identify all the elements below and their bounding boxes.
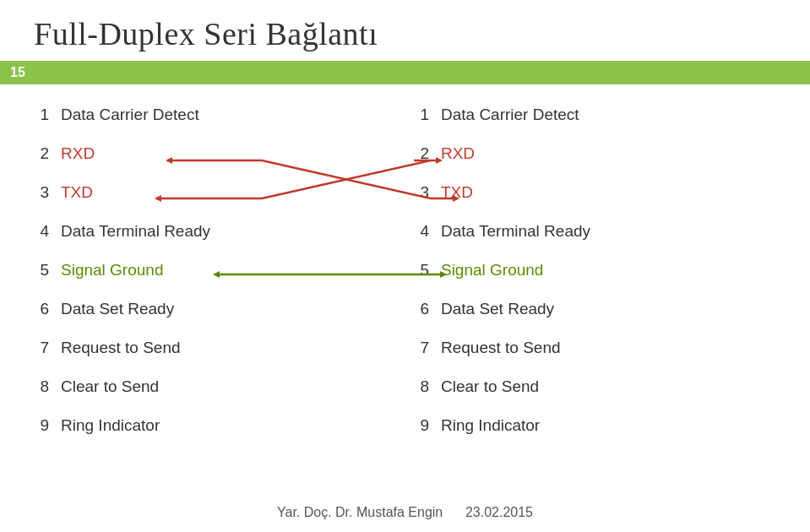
list-item: 8 Clear to Send (25, 372, 405, 402)
list-item: 7 Request to Send (405, 333, 785, 363)
footer-date: 23.02.2015 (465, 505, 533, 519)
right-column: 1 Data Carrier Detect 2 RXD 3 TXD 4 Data… (405, 100, 785, 449)
list-item: 5 Signal Ground (405, 255, 785, 285)
list-item: 3 TXD (25, 177, 405, 208)
slide-bar: 15 (0, 61, 810, 84)
footer: Yar. Doç. Dr. Mustafa Engin 23.02.2015 (0, 505, 810, 520)
right-pin-list: 1 Data Carrier Detect 2 RXD 3 TXD 4 Data… (405, 100, 785, 441)
list-item: 2 RXD (405, 138, 785, 169)
list-item: 2 RXD (25, 138, 405, 169)
list-item: 8 Clear to Send (405, 372, 785, 402)
slide-number: 15 (10, 65, 25, 80)
page-title: Full-Duplex Seri Bağlantı (34, 15, 776, 52)
list-item: 6 Data Set Ready (25, 294, 405, 324)
list-item: 4 Data Terminal Ready (405, 216, 785, 247)
footer-author: Yar. Doç. Dr. Mustafa Engin (277, 505, 443, 519)
list-item: 4 Data Terminal Ready (25, 216, 405, 247)
list-item: 9 Ring Indicator (25, 410, 405, 441)
list-item: 3 TXD (405, 177, 785, 208)
header: Full-Duplex Seri Bağlantı 15 (0, 0, 810, 84)
list-item: 5 Signal Ground (25, 255, 405, 285)
list-item: 7 Request to Send (25, 333, 405, 363)
main-content: 1 Data Carrier Detect 2 RXD 3 TXD 4 Data… (0, 84, 810, 458)
left-column: 1 Data Carrier Detect 2 RXD 3 TXD 4 Data… (25, 100, 405, 449)
left-pin-list: 1 Data Carrier Detect 2 RXD 3 TXD 4 Data… (25, 100, 405, 441)
list-item: 6 Data Set Ready (405, 294, 785, 324)
list-item: 1 Data Carrier Detect (405, 100, 785, 130)
list-item: 1 Data Carrier Detect (25, 100, 405, 130)
columns-container: 1 Data Carrier Detect 2 RXD 3 TXD 4 Data… (25, 100, 785, 449)
list-item: 9 Ring Indicator (405, 410, 785, 441)
